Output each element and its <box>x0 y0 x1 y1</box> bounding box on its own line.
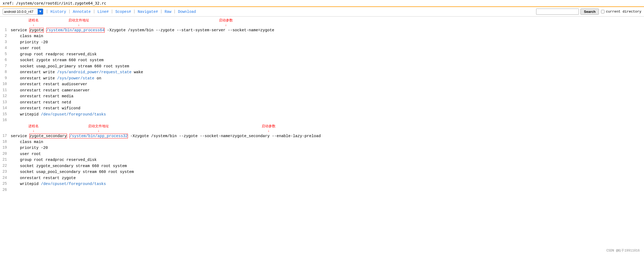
toolbar: android-10.0.0_r47 ▼ | History | Annotat… <box>0 7 644 17</box>
line-num: 13 <box>0 99 10 105</box>
code-line: 12 onrestart restart media <box>0 93 644 99</box>
sep-0: | <box>46 9 48 14</box>
nav-lineno[interactable]: Line# <box>96 10 110 14</box>
line-num: 3 <box>0 39 10 45</box>
search-button[interactable]: Search <box>580 9 599 15</box>
line-num: 14 <box>0 105 10 111</box>
code-line: 20 user root <box>0 151 644 157</box>
code-line: 10 onrestart restart audioserver <box>0 81 644 87</box>
line-num: 23 <box>0 169 10 175</box>
code-line: 13 onrestart restart netd <box>0 99 644 105</box>
line-num: 15 <box>0 111 10 117</box>
nav-download[interactable]: Download <box>176 10 198 14</box>
sep-5: | <box>160 9 162 14</box>
nav-navigate[interactable]: Navigate# <box>136 10 160 14</box>
line-content: user root <box>10 151 644 157</box>
sep-6: | <box>174 9 176 14</box>
code-line: 14 onrestart restart wificond <box>0 105 644 111</box>
sep-2: | <box>93 9 95 14</box>
ann-process-name-1: 进程名 ↓ <box>28 18 39 27</box>
code-line: 3 priority -20 <box>0 39 644 45</box>
line-content: socket zygote stream 660 root system <box>10 57 644 63</box>
code-line: 6 socket zygote stream 660 root system <box>0 57 644 63</box>
title-text: xref: /system/core/rootdir/init.zygote64… <box>3 1 106 5</box>
code-line: 16 <box>0 117 644 123</box>
line-num: 4 <box>0 45 10 51</box>
code-line: 8 onrestart write /sys/android_power/req… <box>0 69 644 75</box>
line-num: 6 <box>0 57 10 63</box>
line-num: 18 <box>0 139 10 145</box>
line-content: service zygote_secondary /system/bin/app… <box>10 133 644 139</box>
title-bar: xref: /system/core/rootdir/init.zygote64… <box>0 0 644 7</box>
ann-start-file-2: 启动文件地址 ↓ <box>88 124 109 133</box>
line-content <box>10 117 644 123</box>
sep-3: | <box>111 9 113 14</box>
line-content: writepid /dev/cpuset/foreground/tasks <box>10 111 644 117</box>
code-line: 11 onrestart restart cameraserver <box>0 87 644 93</box>
line-content: user root <box>10 45 644 51</box>
line-num: 12 <box>0 93 10 99</box>
line-content: group root readproc reserved_disk <box>10 51 644 57</box>
code-line: 2 class main <box>0 33 644 39</box>
nav-raw[interactable]: Raw <box>163 10 173 14</box>
line-num: 20 <box>0 151 10 157</box>
line-num: 10 <box>0 81 10 87</box>
line-content: onrestart restart netd <box>10 99 644 105</box>
code-line: 23 socket usap_pool_secondary stream 660… <box>0 169 644 175</box>
code-line: 18 class main <box>0 139 644 145</box>
code-line: 7 socket usap_pool_primary stream 660 ro… <box>0 63 644 69</box>
line-num: 16 <box>0 117 10 123</box>
line-num: 9 <box>0 75 10 81</box>
line-num: 24 <box>0 175 10 181</box>
line-content: group root readproc reserved_disk <box>10 157 644 163</box>
line-num: 11 <box>0 87 10 93</box>
line-content: priority -20 <box>10 145 644 151</box>
line-num: 5 <box>0 51 10 57</box>
code-line: 26 <box>0 187 644 193</box>
code-area: 进程名 ↓ 启动文件地址 ↓ 启动参数 ↓ 1 service zygote /… <box>0 17 644 194</box>
line-content: class main <box>10 33 644 39</box>
ann-start-params-2: 启动参数 ↓ <box>262 124 276 133</box>
line-num: 26 <box>0 187 10 193</box>
line-content: socket zygote_secondary stream 660 root … <box>10 163 644 169</box>
line-content: onrestart restart zygote <box>10 175 644 181</box>
ann-start-file-1: 启动文件地址 ↓ <box>68 18 89 27</box>
line-num: 1 <box>0 27 10 33</box>
version-selector[interactable]: android-10.0.0_r47 ▼ <box>3 9 43 15</box>
line-content: socket usap_pool_secondary stream 660 ro… <box>10 169 644 175</box>
version-select[interactable]: android-10.0.0_r47 <box>3 9 38 14</box>
line-content: priority -20 <box>10 39 644 45</box>
version-arrow[interactable]: ▼ <box>38 9 43 14</box>
line-num: 2 <box>0 33 10 39</box>
line-content <box>10 187 644 193</box>
current-dir-label: current directory <box>606 10 641 14</box>
code-line: 17 service zygote_secondary /system/bin/… <box>0 133 644 139</box>
line-num: 17 <box>0 133 10 139</box>
code-line: 19 priority -20 <box>0 145 644 151</box>
nav-scopes[interactable]: Scopes# <box>114 10 133 14</box>
nav-history[interactable]: History <box>49 10 68 14</box>
line-num: 22 <box>0 163 10 169</box>
line-num: 25 <box>0 181 10 187</box>
code-line: 4 user root <box>0 45 644 51</box>
current-dir-checkbox[interactable] <box>601 10 604 13</box>
current-dir-wrapper: current directory <box>601 10 641 14</box>
ann-start-params-1: 启动参数 ↓ <box>219 18 233 27</box>
sep-4: | <box>133 9 136 14</box>
sep-1: | <box>68 9 71 14</box>
line-num: 19 <box>0 145 10 151</box>
nav-annotate[interactable]: Annotate <box>71 10 92 14</box>
line-content: service zygote /system/bin/app_process64… <box>10 27 644 33</box>
ann-process-name-2: 进程名 ↓ <box>28 124 39 133</box>
line-num: 21 <box>0 157 10 163</box>
line-content: class main <box>10 139 644 145</box>
line-content: onrestart restart audioserver <box>10 81 644 87</box>
line-content: socket usap_pool_primary stream 660 root… <box>10 63 644 69</box>
code-line: 22 socket zygote_secondary stream 660 ro… <box>0 163 644 169</box>
line-content: onrestart restart media <box>10 93 644 99</box>
line-content: writepid /dev/cpuset/foreground/tasks <box>10 181 644 187</box>
search-input[interactable] <box>536 9 579 15</box>
line-content: onrestart write /sys/power/state on <box>10 75 644 81</box>
code-line: 1 service zygote /system/bin/app_process… <box>0 27 644 33</box>
code-line: 15 writepid /dev/cpuset/foreground/tasks <box>0 111 644 117</box>
